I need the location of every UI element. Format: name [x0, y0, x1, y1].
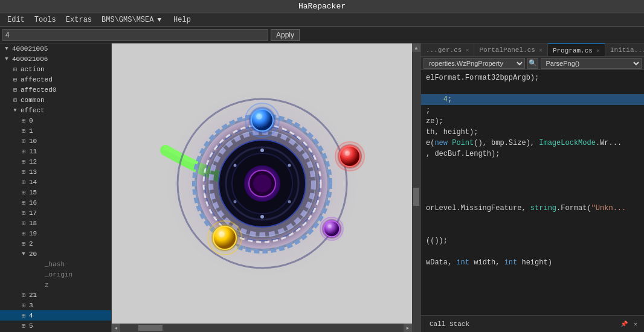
tree-panel[interactable]: ▼400021005▼400021006⊞action⊞affected⊞aff…	[0, 43, 112, 332]
preview-scrollbar-h[interactable]: ◄ ►	[112, 324, 412, 332]
expander-10[interactable]: ⊞	[19, 137, 28, 145]
tree-node-14[interactable]: ⊞14	[0, 177, 111, 187]
expander-_hash[interactable]	[28, 260, 36, 269]
tree-label-19: 19	[29, 230, 37, 237]
expander-13[interactable]: ⊞	[19, 168, 28, 176]
expander-400021006[interactable]: ▼	[2, 55, 11, 63]
expander-0[interactable]: ⊞	[19, 117, 28, 125]
close-bottom-btn[interactable]: ✕	[632, 320, 639, 328]
tree-node-16[interactable]: ⊞16	[0, 197, 111, 208]
bms-dropdown-arrow[interactable]: ▼	[155, 15, 164, 25]
tree-node-2[interactable]: ⊞2	[0, 238, 111, 249]
tree-node-3[interactable]: ⊞3	[0, 300, 111, 310]
tree-node-21[interactable]: ⊞21	[0, 290, 111, 300]
tree-node-10[interactable]: ⊞10	[0, 136, 111, 146]
menu-extras[interactable]: Extras	[61, 14, 97, 25]
expander-1[interactable]: ⊞	[19, 127, 28, 135]
expander-18[interactable]: ⊞	[19, 219, 28, 228]
tree-node-18[interactable]: ⊞18	[0, 218, 111, 228]
tree-node-4[interactable]: ⊞4	[0, 310, 111, 321]
expander-3[interactable]: ⊞	[19, 301, 28, 310]
call-stack-tab[interactable]: Call Stack	[426, 319, 473, 329]
tab-ger[interactable]: ...ger.cs ✕	[421, 43, 474, 57]
tree-node-action[interactable]: ⊞action	[0, 64, 111, 74]
expander-2[interactable]: ⊞	[19, 240, 28, 248]
tree-node-_origin[interactable]: _origin	[0, 269, 111, 279]
tree-node-400021006[interactable]: ▼400021006	[0, 54, 111, 64]
scroll-track-h[interactable]	[120, 324, 404, 332]
expander-effect[interactable]: ▼	[11, 106, 19, 115]
tree-node-12[interactable]: ⊞12	[0, 156, 111, 167]
close-tab-program[interactable]: ✕	[596, 47, 600, 54]
svg-point-19	[256, 113, 262, 120]
expander-20[interactable]: ▼	[19, 250, 28, 258]
preview-scrollbar-v[interactable]: ▲ ▼	[412, 43, 420, 332]
scroll-thumb-h[interactable]	[138, 325, 163, 331]
code-line-3: ;	[421, 105, 644, 116]
tree-node-0[interactable]: ⊞0	[0, 115, 111, 126]
svg-point-25	[219, 231, 225, 237]
tab-initia[interactable]: Initia...	[605, 43, 644, 57]
tab-program[interactable]: Program.cs ✕	[548, 43, 605, 57]
scroll-track-v[interactable]	[412, 52, 420, 324]
code-line-6: e(new Point(), bmp.Size), ImageLockMode.…	[421, 138, 644, 148]
expander-_origin[interactable]	[28, 270, 36, 279]
scroll-up-btn[interactable]: ▲	[412, 43, 420, 52]
tree-node-z[interactable]: z	[0, 279, 111, 290]
search-code-btn[interactable]: 🔍	[527, 58, 538, 69]
expander-z[interactable]	[28, 281, 36, 289]
tree-node-effect[interactable]: ▼effect	[0, 105, 111, 115]
close-tab-portal[interactable]: ✕	[539, 46, 543, 54]
menu-help[interactable]: Help	[169, 14, 196, 25]
tree-node-15[interactable]: ⊞15	[0, 187, 111, 197]
expander-action[interactable]: ⊞	[11, 65, 19, 74]
expander-11[interactable]: ⊞	[19, 147, 28, 156]
tree-node-affected0[interactable]: ⊞affected0	[0, 85, 111, 95]
expander-15[interactable]: ⊞	[19, 188, 28, 197]
expander-17[interactable]: ⊞	[19, 209, 28, 217]
svg-point-18	[251, 109, 273, 131]
tree-label-common: common	[21, 97, 45, 104]
expander-affected[interactable]: ⊞	[11, 75, 19, 84]
tree-node-11[interactable]: ⊞11	[0, 146, 111, 156]
expander-14[interactable]: ⊞	[19, 178, 28, 187]
tree-label-13: 13	[29, 168, 37, 176]
expander-19[interactable]: ⊞	[19, 229, 28, 238]
tree-node-common[interactable]: ⊞common	[0, 95, 111, 105]
scroll-thumb-v[interactable]	[413, 188, 419, 206]
pin-button[interactable]: 📌	[619, 320, 630, 328]
tree-node-1[interactable]: ⊞1	[0, 126, 111, 136]
menu-tools[interactable]: Tools	[30, 14, 61, 25]
scroll-left-btn[interactable]: ◄	[112, 324, 120, 332]
expander-4[interactable]: ⊞	[19, 311, 28, 320]
tree-node-20[interactable]: ▼20	[0, 249, 111, 259]
class-dropdown[interactable]: roperties.WzPngProperty	[423, 58, 525, 69]
expander-21[interactable]: ⊞	[19, 291, 28, 299]
tree-node-_hash[interactable]: _hash	[0, 259, 111, 269]
tree-node-17[interactable]: ⊞17	[0, 208, 111, 218]
number-input[interactable]	[2, 29, 268, 41]
tree-node-affected[interactable]: ⊞affected	[0, 74, 111, 85]
apply-button[interactable]: Apply	[271, 29, 300, 41]
expander-affected0[interactable]: ⊞	[11, 86, 19, 94]
scroll-right-btn[interactable]: ►	[404, 324, 412, 332]
expander-common[interactable]: ⊞	[11, 96, 19, 104]
code-line-7: , decBuf.Length);	[421, 148, 644, 159]
tree-node-400021005[interactable]: ▼400021005	[0, 43, 111, 54]
close-tab-ger[interactable]: ✕	[465, 46, 469, 54]
tab-portal[interactable]: PortalPanel.cs ✕	[474, 43, 547, 57]
expander-16[interactable]: ⊞	[19, 199, 28, 207]
tree-node-19[interactable]: ⊞19	[0, 228, 111, 238]
menu-bar: Edit Tools Extras BMS\GMS\MSEA ▼ Help	[0, 13, 644, 27]
number-row: Apply	[0, 27, 644, 43]
menu-edit[interactable]: Edit	[2, 14, 30, 25]
menu-bms[interactable]: BMS\GMS\MSEA ▼	[97, 14, 169, 26]
expander-12[interactable]: ⊞	[19, 158, 28, 166]
code-content: elFormat.Format32bppArgb); 4;;ze);th, he…	[421, 70, 644, 315]
tree-label-0: 0	[29, 117, 33, 124]
tree-node-5[interactable]: ⊞5	[0, 321, 111, 331]
expander-5[interactable]: ⊞	[19, 322, 28, 330]
method-dropdown[interactable]: ParsePng()	[541, 58, 642, 69]
tree-node-13[interactable]: ⊞13	[0, 167, 111, 177]
expander-400021005[interactable]: ▼	[2, 45, 11, 53]
